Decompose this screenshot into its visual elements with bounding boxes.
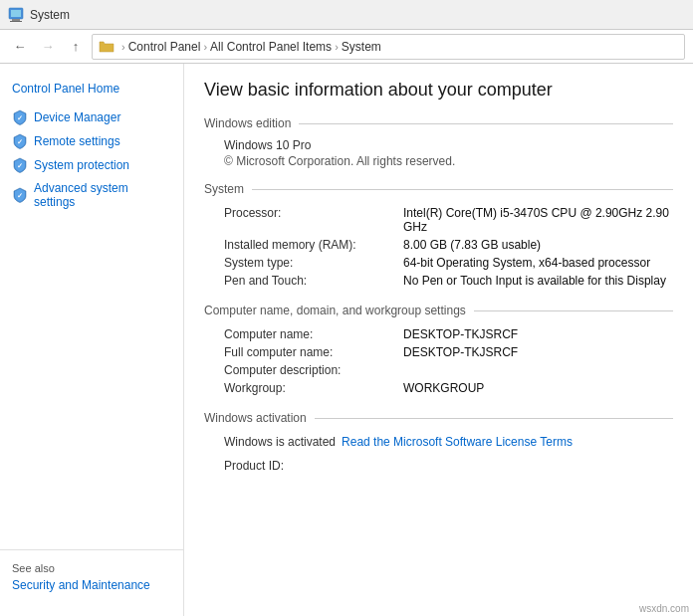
sidebar-security-maintenance[interactable]: Security and Maintenance bbox=[12, 578, 171, 592]
sidebar-bottom: See also Security and Maintenance bbox=[0, 549, 183, 604]
info-key-processor: Processor: bbox=[224, 206, 403, 234]
sidebar-item-system-protection[interactable]: ✓ System protection bbox=[0, 153, 183, 177]
section-divider-system bbox=[252, 189, 673, 190]
section-divider-edition bbox=[299, 123, 673, 124]
info-key-compname: Computer name: bbox=[224, 327, 403, 341]
table-row: Installed memory (RAM): 8.00 GB (7.83 GB… bbox=[224, 236, 673, 254]
info-key-compdesc: Computer description: bbox=[224, 363, 403, 377]
sidebar-item-label-device-manager: Device Manager bbox=[34, 110, 120, 124]
compname-info-table: Computer name: DESKTOP-TKJSRCF Full comp… bbox=[204, 325, 673, 397]
content-area: View basic information about your comput… bbox=[184, 64, 693, 616]
edition-info: Windows 10 Pro © Microsoft Corporation. … bbox=[204, 138, 673, 168]
info-key-workgroup: Workgroup: bbox=[224, 381, 403, 395]
info-value-ram: 8.00 GB (7.83 GB usable) bbox=[403, 238, 541, 252]
path-segment-0: Control Panel bbox=[128, 40, 201, 54]
path-sep-2: › bbox=[335, 41, 339, 53]
activation-license-link[interactable]: Read the Microsoft Software License Term… bbox=[342, 435, 573, 449]
info-value-compname: DESKTOP-TKJSRCF bbox=[403, 327, 518, 341]
sidebar-item-remote-settings[interactable]: ✓ Remote settings bbox=[0, 129, 183, 153]
forward-button[interactable]: → bbox=[36, 35, 60, 59]
table-row: Processor: Intel(R) Core(TM) i5-3470S CP… bbox=[224, 204, 673, 236]
shield-icon-protection: ✓ bbox=[12, 157, 28, 173]
address-bar: ← → ↑ › Control Panel › All Control Pane… bbox=[0, 30, 693, 64]
info-key-fullcompname: Full computer name: bbox=[224, 345, 403, 359]
see-also-label: See also bbox=[12, 562, 171, 574]
sidebar-item-advanced-settings[interactable]: ✓ Advanced system settings bbox=[0, 177, 183, 213]
svg-text:✓: ✓ bbox=[17, 114, 23, 121]
section-label-system: System bbox=[204, 182, 244, 196]
title-bar: System bbox=[0, 0, 693, 30]
section-header-system: System bbox=[204, 182, 673, 196]
shield-icon-remote: ✓ bbox=[12, 133, 28, 149]
title-bar-text: System bbox=[30, 8, 70, 22]
sidebar-control-panel-home[interactable]: Control Panel Home bbox=[0, 76, 183, 105]
info-key-ram: Installed memory (RAM): bbox=[224, 238, 403, 252]
table-row: Full computer name: DESKTOP-TKJSRCF bbox=[224, 343, 673, 361]
info-value-pentouch: No Pen or Touch Input is available for t… bbox=[403, 274, 666, 288]
table-row: System type: 64-bit Operating System, x6… bbox=[224, 254, 673, 272]
path-segment-2: System bbox=[342, 40, 381, 54]
sidebar-item-label-protection: System protection bbox=[34, 158, 129, 172]
info-key-sysype: System type: bbox=[224, 256, 403, 270]
info-key-product-id: Product ID: bbox=[224, 459, 403, 473]
section-header-compname: Computer name, domain, and workgroup set… bbox=[204, 304, 673, 317]
svg-rect-1 bbox=[11, 10, 21, 17]
table-row: Computer name: DESKTOP-TKJSRCF bbox=[224, 325, 673, 343]
info-key-pentouch: Pen and Touch: bbox=[224, 274, 403, 288]
edition-name: Windows 10 Pro bbox=[224, 138, 673, 152]
sidebar-item-label-remote: Remote settings bbox=[34, 134, 120, 148]
section-activation: Windows activation Windows is activated … bbox=[204, 411, 673, 475]
activation-info-table: Windows is activated Read the Microsoft … bbox=[204, 433, 673, 475]
watermark: wsxdn.com bbox=[639, 603, 689, 614]
activation-row: Windows is activated Read the Microsoft … bbox=[224, 433, 673, 451]
main-container: Control Panel Home ✓ Device Manager ✓ Re… bbox=[0, 64, 693, 616]
svg-text:✓: ✓ bbox=[17, 192, 23, 199]
section-label-activation: Windows activation bbox=[204, 411, 307, 425]
edition-copyright: © Microsoft Corporation. All rights rese… bbox=[224, 154, 673, 168]
system-titlebar-icon bbox=[8, 7, 24, 23]
info-key-activation-status: Windows is activated bbox=[224, 435, 336, 449]
table-row: Workgroup: WORKGROUP bbox=[224, 379, 673, 397]
sidebar-item-label-advanced: Advanced system settings bbox=[34, 181, 171, 209]
page-title: View basic information about your comput… bbox=[204, 80, 673, 101]
section-header-edition: Windows edition bbox=[204, 116, 673, 130]
path-sep-1: › bbox=[203, 41, 207, 53]
address-path: › Control Panel › All Control Panel Item… bbox=[92, 34, 685, 60]
svg-rect-2 bbox=[12, 19, 20, 21]
sidebar: Control Panel Home ✓ Device Manager ✓ Re… bbox=[0, 64, 184, 616]
product-id-row: Product ID: bbox=[224, 457, 673, 475]
info-value-fullcompname: DESKTOP-TKJSRCF bbox=[403, 345, 518, 359]
section-computer-name: Computer name, domain, and workgroup set… bbox=[204, 304, 673, 397]
section-windows-edition: Windows edition Windows 10 Pro © Microso… bbox=[204, 116, 673, 168]
section-label-compname: Computer name, domain, and workgroup set… bbox=[204, 304, 466, 317]
folder-icon bbox=[99, 40, 115, 54]
svg-rect-3 bbox=[10, 21, 22, 22]
path-segment-1: All Control Panel Items bbox=[210, 40, 332, 54]
svg-text:✓: ✓ bbox=[17, 162, 23, 169]
section-divider-compname bbox=[474, 310, 673, 311]
up-button[interactable]: ↑ bbox=[64, 35, 88, 59]
section-header-activation: Windows activation bbox=[204, 411, 673, 425]
section-divider-activation bbox=[315, 418, 673, 419]
path-sep-0: › bbox=[121, 41, 125, 53]
svg-text:✓: ✓ bbox=[17, 138, 23, 145]
section-label-edition: Windows edition bbox=[204, 116, 291, 130]
shield-icon-advanced: ✓ bbox=[12, 187, 28, 203]
sidebar-item-device-manager[interactable]: ✓ Device Manager bbox=[0, 105, 183, 129]
back-button[interactable]: ← bbox=[8, 35, 32, 59]
system-info-table: Processor: Intel(R) Core(TM) i5-3470S CP… bbox=[204, 204, 673, 290]
table-row: Computer description: bbox=[224, 361, 673, 379]
info-value-workgroup: WORKGROUP bbox=[403, 381, 484, 395]
info-value-systype: 64-bit Operating System, x64-based proce… bbox=[403, 256, 650, 270]
shield-icon-device-manager: ✓ bbox=[12, 109, 28, 125]
section-system: System Processor: Intel(R) Core(TM) i5-3… bbox=[204, 182, 673, 290]
table-row: Pen and Touch: No Pen or Touch Input is … bbox=[224, 272, 673, 290]
info-value-processor: Intel(R) Core(TM) i5-3470S CPU @ 2.90GHz… bbox=[403, 206, 673, 234]
